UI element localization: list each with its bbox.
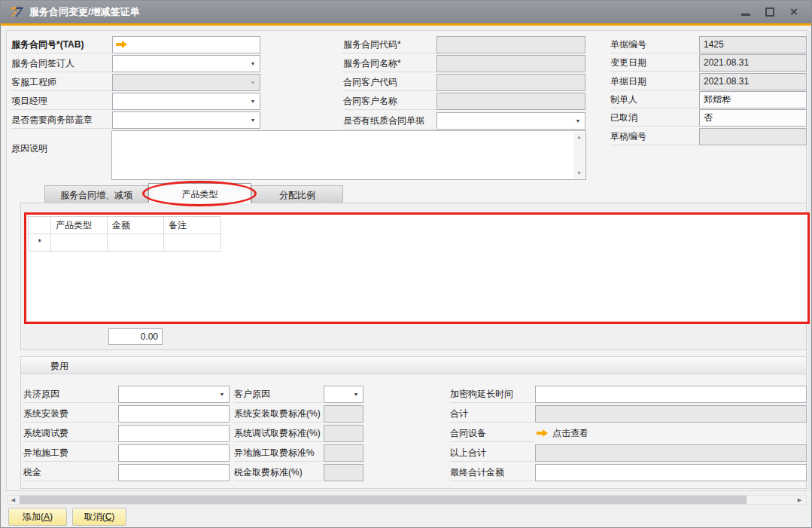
grid-cell-product-type[interactable]: [51, 234, 108, 252]
customer-reason-combo[interactable]: ▼: [324, 386, 363, 403]
window-title: 服务合同变更/增减签证单: [29, 5, 140, 19]
contract-code-field: [436, 36, 585, 53]
add-button-text-end: ): [50, 511, 53, 522]
debug-fee-rate-field: [324, 425, 363, 442]
product-type-table: 产品类型 金额 备注 *: [28, 216, 220, 251]
accent-line: [1, 23, 811, 26]
vertical-scrollbar[interactable]: [808, 31, 812, 490]
label-offsite-fee-rate: 异地施工取费标准%: [234, 444, 322, 462]
above-total-field: [535, 444, 807, 462]
debug-fee-input[interactable]: [118, 425, 230, 442]
label-mutual-reason: 共济原因: [23, 386, 117, 403]
label-service-contract-no: 服务合同号*(TAB): [11, 36, 112, 53]
grid-cell-remark[interactable]: [164, 234, 221, 252]
close-icon[interactable]: ×: [789, 7, 799, 17]
install-fee-rate-field: [324, 405, 363, 423]
final-total-input[interactable]: [535, 464, 807, 481]
chevron-down-icon[interactable]: ▼: [216, 387, 228, 401]
label-contract-name: 服务合同名称*: [343, 55, 436, 72]
label-doc-no: 单据编号: [610, 36, 699, 53]
doc-no-field: 1425: [699, 36, 807, 53]
label-project-manager: 项目经理: [11, 93, 112, 110]
grid-col-product-type[interactable]: 产品类型: [51, 217, 108, 234]
label-final-total: 最终合计金额: [450, 464, 534, 481]
label-service-engineer: 客服工程师: [11, 74, 112, 91]
cancel-button-text-end: ): [111, 511, 114, 522]
label-doc-date: 单据日期: [610, 73, 699, 90]
link-arrow-icon: [116, 41, 127, 48]
label-creator: 制单人: [610, 91, 699, 108]
service-contract-no-input[interactable]: [112, 36, 260, 53]
label-cancelled: 已取消: [610, 109, 699, 127]
label-change-date: 变更日期: [610, 54, 699, 72]
tab-allocation-ratio[interactable]: 分配比例: [251, 185, 343, 203]
chevron-down-icon[interactable]: ▼: [247, 56, 259, 71]
grid-col-remark[interactable]: 备注: [164, 217, 221, 234]
add-button-text: 添加(: [23, 511, 44, 522]
label-debug-fee-rate: 系统调试取费标准(%): [234, 425, 322, 442]
chevron-down-icon[interactable]: ▼: [350, 387, 362, 401]
contract-name-field: [436, 55, 585, 72]
service-engineer-combo: ▼: [112, 74, 260, 91]
cancelled-field: 否: [699, 109, 807, 127]
label-subtotal: 合计: [450, 405, 534, 423]
horizontal-scrollbar-thumb[interactable]: [20, 496, 747, 504]
label-contract-equipment: 合同设备: [450, 425, 534, 442]
window-controls: ×: [741, 7, 799, 17]
customer-name-field: [436, 93, 585, 110]
label-customer-name: 合同客户名称: [343, 93, 436, 110]
chevron-down-icon[interactable]: ▼: [572, 114, 584, 128]
change-date-field: 2021.08.31: [699, 54, 807, 72]
add-button-mnemonic: A: [44, 511, 50, 522]
chevron-down-icon[interactable]: ▼: [247, 113, 259, 127]
label-reason: 原因说明: [11, 140, 112, 157]
scroll-left-icon[interactable]: ◀: [8, 496, 18, 504]
label-customer-reason: 客户原因: [234, 386, 322, 403]
draft-no-field: [699, 128, 807, 145]
scroll-right-icon[interactable]: ▶: [795, 496, 804, 504]
mutual-reason-combo[interactable]: ▼: [118, 386, 230, 403]
offsite-fee-rate-field: [324, 444, 363, 462]
tab-product-type[interactable]: 产品类型: [148, 183, 251, 203]
horizontal-scrollbar[interactable]: ◀ ▶: [7, 495, 807, 505]
grid-col-amount[interactable]: 金额: [108, 217, 164, 234]
chevron-down-icon[interactable]: ▼: [247, 94, 259, 108]
scroll-up-icon[interactable]: ▲: [573, 132, 585, 142]
label-customer-code: 合同客户代码: [343, 74, 436, 91]
install-fee-input[interactable]: [118, 405, 230, 423]
maximize-icon[interactable]: [765, 7, 775, 17]
label-above-total: 以上合计: [450, 444, 534, 462]
reason-textarea[interactable]: ▲ ▼: [111, 130, 586, 180]
grid-new-row-indicator: *: [29, 234, 51, 252]
tab-contract-items[interactable]: 服务合同增、减项: [44, 185, 148, 203]
label-tax-rate: 税金取费标准(%): [234, 464, 322, 481]
project-manager-combo[interactable]: ▼: [112, 93, 260, 110]
minimize-icon[interactable]: [741, 7, 751, 17]
cancel-button[interactable]: 取消(C): [72, 508, 126, 526]
tax-input[interactable]: [118, 464, 230, 481]
contract-equipment-cell: 点击查看: [537, 425, 807, 441]
add-button[interactable]: 添加(A): [8, 508, 67, 526]
label-install-fee-rate: 系统安装取费标准(%): [234, 405, 322, 423]
view-equipment-link[interactable]: 点击查看: [552, 427, 588, 440]
contract-signer-combo[interactable]: ▼: [112, 55, 260, 72]
dongle-extension-input[interactable]: [535, 386, 807, 403]
need-business-seal-combo[interactable]: ▼: [112, 111, 260, 129]
app-window: 7 7 服务合同变更/增减签证单 × 服务合同号*(TAB) 服务合同签订人 ▼…: [0, 0, 812, 528]
paper-contract-combo[interactable]: ▼: [436, 112, 585, 130]
cancel-button-text: 取消(: [84, 511, 105, 522]
amount-total-field[interactable]: 0.00: [108, 328, 163, 345]
label-install-fee: 系统安装费: [23, 405, 117, 423]
creator-value: 郑熠桦: [700, 92, 806, 108]
doc-date-value: 2021.08.31: [700, 74, 806, 90]
scroll-down-icon[interactable]: ▼: [573, 168, 585, 179]
cancelled-value: 否: [700, 110, 806, 126]
chevron-down-icon: ▼: [247, 75, 259, 90]
reason-scrollbar[interactable]: ▲ ▼: [573, 132, 585, 179]
grid-cell-amount[interactable]: [108, 234, 164, 252]
doc-date-field: 2021.08.31: [699, 73, 807, 90]
label-paper-contract: 是否有纸质合同单据: [343, 112, 436, 130]
brand-logo-icon: 7 7: [8, 5, 23, 20]
label-tax: 税金: [23, 464, 117, 481]
offsite-fee-input[interactable]: [118, 444, 230, 462]
